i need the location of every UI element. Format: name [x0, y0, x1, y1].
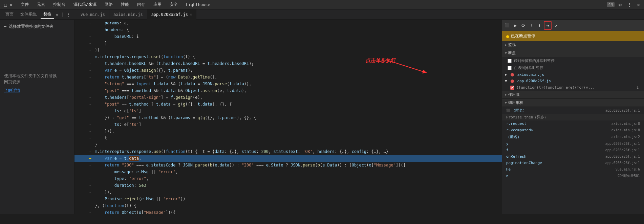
- code-line-19: - }: [74, 141, 502, 148]
- section-breakpoints[interactable]: ▼ 断点: [502, 49, 644, 57]
- breakpoint-exception-checkbox[interactable]: [508, 66, 512, 70]
- line-dash: -: [87, 175, 93, 182]
- line-dash: -: [87, 20, 93, 26]
- line-number: [74, 114, 87, 121]
- call-stack-item-2[interactable]: r.request axios.min.js:8: [502, 120, 644, 127]
- line-number: [74, 47, 87, 53]
- call-stack-item-4[interactable]: （匿名） axios.min.js:2: [502, 133, 644, 140]
- line-code: params: a,: [93, 20, 502, 26]
- menu-console[interactable]: 控制台: [52, 1, 67, 8]
- line-dash: -: [87, 81, 93, 87]
- call-stack-item-5[interactable]: y app.0208a26f.js:1: [502, 140, 644, 147]
- menu-lighthouse[interactable]: Lighthouse: [185, 2, 212, 8]
- line-code: return "200" === e.statusCode ? JSON.par…: [93, 162, 502, 169]
- tab-page[interactable]: 页面: [3, 10, 16, 18]
- line-dash: -: [87, 108, 93, 114]
- file-tab-app[interactable]: app.0208a26f.js ✕: [147, 9, 196, 20]
- section-monitor[interactable]: ▶ 监视: [502, 41, 644, 49]
- menu-network[interactable]: 网络: [103, 1, 114, 8]
- debug-step-out-button[interactable]: ⬆: [536, 22, 542, 29]
- line-dash: -: [87, 94, 93, 101]
- file-tab-axios[interactable]: axios.min.js: [109, 9, 147, 20]
- line-number: [74, 182, 87, 189]
- left-sidebar: ← 选择放置替换项的文件夹 使用本地文件夹中的文件替换网页资源 了解详情: [0, 20, 74, 214]
- line-code: ts: e["ts"]: [93, 121, 502, 128]
- call-stack-item-10[interactable]: n CDN帮你天501: [502, 173, 644, 179]
- code-content[interactable]: - params: a, - headers: { - baseURL: i -: [74, 20, 502, 214]
- file-tab-close-icon[interactable]: ✕: [190, 13, 192, 16]
- call-stack-item-1-async: Promise.then（异步）: [502, 114, 644, 120]
- paused-banner: ● 已在断点暂停: [502, 31, 644, 41]
- toolbar-more-icon[interactable]: ⋮: [65, 11, 72, 18]
- breakpoint-uncaught-checkbox[interactable]: [508, 59, 512, 63]
- line-dash: -: [87, 121, 93, 128]
- call-stack-item-3[interactable]: r.<computed> axios.min.js:8: [502, 127, 644, 133]
- call-stack-item-9[interactable]: He vue.min.js:6: [502, 166, 644, 173]
- menu-memory[interactable]: 内存: [136, 1, 147, 8]
- menu-performance[interactable]: 性能: [120, 1, 130, 8]
- debug-step-button[interactable]: ⇥: [544, 21, 551, 30]
- line-dash: -: [87, 53, 93, 60]
- learn-more-link[interactable]: 了解详情: [0, 86, 74, 95]
- debug-deactivate-button[interactable]: ↗: [553, 22, 559, 29]
- tab-filesystem[interactable]: 文件系统: [18, 10, 39, 18]
- breakpoint-uncaught-label: 遇到未捕获的异常时暂停: [514, 58, 555, 63]
- tab-replace[interactable]: 替换: [41, 10, 54, 19]
- call-stack-item-9-name: He: [506, 167, 511, 172]
- line-number: [74, 148, 87, 155]
- settings-icon[interactable]: ⚙: [617, 1, 623, 8]
- line-number: [74, 81, 87, 87]
- call-stack-item-2-name: r.request: [506, 121, 527, 126]
- line-dash: -: [87, 114, 93, 121]
- line-code: baseURL: i: [93, 33, 502, 40]
- line-number: [74, 20, 87, 26]
- call-stack-item-8[interactable]: paginationChange app.0208a26f.js:1: [502, 160, 644, 166]
- debug-step-over-button[interactable]: ⟳: [520, 22, 527, 29]
- line-code: "post" === t.method && t.data && Object.…: [93, 87, 502, 94]
- line-number: [74, 196, 87, 202]
- more-tabs-button[interactable]: »: [56, 12, 58, 17]
- file-tab-app-label: app.0208a26f.js: [151, 12, 188, 17]
- menu-sources[interactable]: 源代码/来源: [72, 1, 98, 8]
- line-code: Promise.reject(e.Msg || "error")): [93, 196, 502, 202]
- call-stack-item-3-file: axios.min.js:8: [611, 128, 640, 132]
- more-icon[interactable]: ⋮: [626, 1, 633, 8]
- call-stack-item-6[interactable]: f app.0208a26f.js:1: [502, 147, 644, 153]
- app-file-item[interactable]: ▼ app.0208a26f.js: [502, 78, 644, 84]
- line-number: [74, 101, 87, 108]
- app-breakpoint-checkbox[interactable]: [510, 86, 514, 90]
- call-stack-item-5-name: y: [506, 141, 509, 146]
- line-dash: -: [87, 209, 93, 214]
- debug-resume-button[interactable]: ▶: [512, 22, 518, 29]
- section-call-stack[interactable]: ▼ 调用堆栈: [502, 99, 644, 107]
- section-scope[interactable]: ▶ 作用域: [502, 91, 644, 99]
- menu-file[interactable]: 文件: [19, 1, 30, 8]
- sidebar-select-folder[interactable]: ← 选择放置替换项的文件夹: [0, 22, 74, 31]
- line-number: [74, 67, 87, 74]
- line-dash: -: [87, 60, 93, 67]
- line-dash: -: [87, 47, 93, 53]
- close-icon[interactable]: ✕: [636, 1, 641, 8]
- line-code: message: e.Msg || "error",: [93, 169, 502, 175]
- line-number: [74, 87, 87, 94]
- call-stack-item-3-name: r.<computed>: [506, 128, 533, 132]
- debug-step-into-button[interactable]: ⬇: [529, 22, 535, 29]
- sidebar-desc-text: 使用本地文件夹中的文件替换网页资源: [4, 73, 57, 84]
- code-line-14: - ts: e["ts"]: [74, 108, 502, 114]
- file-tab-vue[interactable]: vue.min.js: [77, 9, 109, 20]
- notification-badge: 44: [607, 2, 615, 7]
- code-line-28: - }, (function(t) {: [74, 202, 502, 209]
- debug-toolbar: ⬛ ▶ ⟳ ⬇ ⬆ ⇥ ↗: [502, 20, 644, 31]
- menu-elements[interactable]: 元素: [36, 1, 46, 8]
- code-line-6: - m.interceptors.request.use((function(t…: [74, 53, 502, 60]
- call-stack-item-0[interactable]: ⬛ （匿名） app.0208a26f.js:1: [502, 107, 644, 114]
- line-code: return t.headers["ts"] = (new Date).getT…: [93, 74, 502, 81]
- code-line-16: - ts: e["ts"]: [74, 121, 502, 128]
- menu-security[interactable]: 安全: [168, 1, 179, 8]
- axios-file-item[interactable]: ▶ axios.min.js: [502, 71, 644, 78]
- window-controls[interactable]: □ ✕: [3, 1, 14, 8]
- line-number: [74, 189, 87, 196]
- menu-application[interactable]: 应用: [152, 1, 163, 8]
- call-stack-item-7[interactable]: onRefresh app.0208a26f.js:1: [502, 153, 644, 160]
- call-stack-item-6-file: app.0208a26f.js:1: [605, 148, 640, 152]
